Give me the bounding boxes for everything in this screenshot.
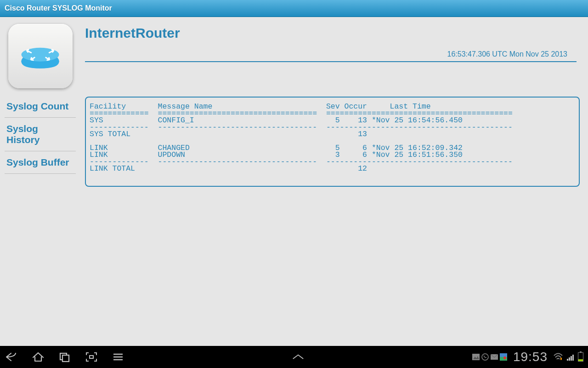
main-area: Syslog Count Syslog History Syslog Buffe… — [0, 17, 588, 346]
sidebar-nav: Syslog Count Syslog History Syslog Buffe… — [0, 95, 80, 174]
system-nav-bar: 19:53 — [0, 346, 588, 368]
svg-rect-16 — [569, 357, 570, 361]
screenshot-icon[interactable] — [85, 350, 98, 364]
nav-item-syslog-buffer[interactable]: Syslog Buffer — [5, 151, 76, 174]
nav-item-syslog-history[interactable]: Syslog History — [5, 118, 76, 151]
app-titlebar: Cisco Router SYSLOG Monitor — [0, 0, 588, 17]
map-notif-icon — [499, 353, 508, 361]
content-area: InternetRouter 16:53:47.306 UTC Mon Nov … — [80, 17, 588, 346]
expand-up-icon[interactable] — [291, 350, 305, 364]
router-icon-tile[interactable] — [8, 24, 73, 88]
svg-rect-15 — [567, 359, 568, 361]
battery-icon — [578, 352, 583, 362]
sysbar-center — [125, 350, 472, 364]
sysbar-right: 19:53 — [472, 350, 583, 364]
signal-icon — [566, 352, 575, 362]
svg-rect-17 — [571, 356, 572, 361]
app-title: Cisco Router SYSLOG Monitor — [5, 4, 112, 12]
syslog-output-box: Facility Message Name Sev Occur Last Tim… — [85, 97, 580, 187]
svg-point-10 — [482, 354, 488, 360]
nav-label: Syslog Count — [6, 101, 68, 111]
wifi-icon — [553, 352, 563, 362]
home-icon[interactable] — [31, 350, 45, 364]
menu-icon[interactable] — [111, 350, 125, 364]
syslog-text: Facility Message Name Sev Occur Last Tim… — [90, 103, 575, 172]
svg-rect-13 — [500, 353, 507, 357]
nav-item-syslog-count[interactable]: Syslog Count — [5, 95, 76, 118]
nav-label: Syslog History — [6, 123, 40, 145]
image-notif-icon — [472, 353, 480, 361]
whatsapp-notif-icon — [481, 353, 489, 361]
sysbar-left — [5, 350, 125, 364]
back-icon[interactable] — [5, 350, 18, 364]
page-timestamp: 16:53:47.306 UTC Mon Nov 25 2013 — [85, 50, 581, 58]
page-title: InternetRouter — [85, 25, 581, 41]
mail-notif-icon — [490, 353, 498, 361]
router-icon — [18, 40, 62, 72]
clock[interactable]: 19:53 — [513, 350, 548, 364]
left-column: Syslog Count Syslog History Syslog Buffe… — [0, 17, 80, 346]
svg-rect-18 — [572, 355, 574, 361]
recent-apps-icon[interactable] — [58, 350, 72, 364]
svg-rect-4 — [90, 356, 93, 358]
divider — [85, 61, 577, 62]
notification-tray[interactable] — [472, 353, 508, 361]
svg-point-14 — [503, 356, 506, 359]
nav-label: Syslog Buffer — [6, 157, 69, 167]
svg-rect-3 — [62, 355, 69, 362]
